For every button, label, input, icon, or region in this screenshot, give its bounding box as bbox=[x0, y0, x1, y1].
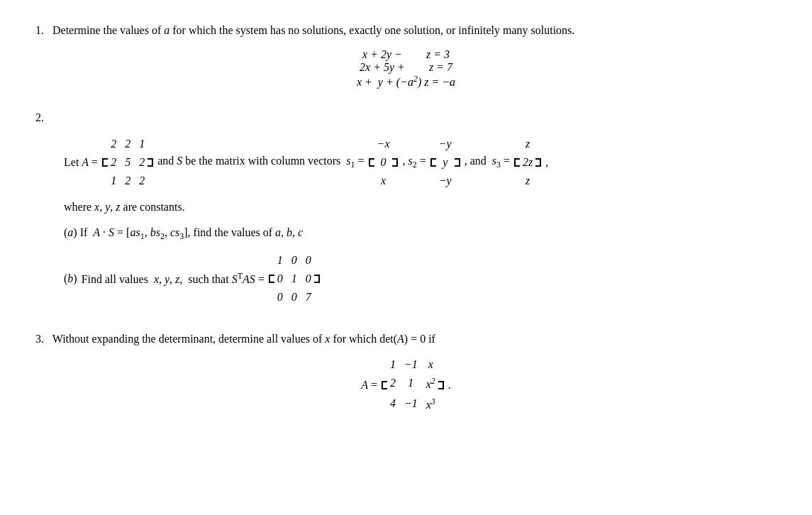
eq2: 2x + 5y + z = 7 bbox=[360, 61, 452, 74]
problem-2: 2. Let A = 2 2 1 2 5 2 1 2 2 bbox=[35, 111, 777, 307]
where-text: where x, y, z are constants. bbox=[64, 198, 777, 216]
matrix-A3-grid: 1 −1 x 2 1 x2 4 −1 x3 bbox=[387, 355, 438, 415]
matrix-STAS: 1 0 0 0 1 0 0 0 7 bbox=[269, 250, 320, 307]
matrix-A3: 1 −1 x 2 1 x2 4 −1 x3 bbox=[382, 355, 444, 415]
bracket-left-STAS bbox=[269, 275, 274, 283]
let-A-label: Let A = bbox=[64, 156, 98, 169]
and-S-text: and S be the matrix with column vectors … bbox=[157, 155, 364, 170]
matrix-s1: −x 0 x bbox=[369, 134, 399, 191]
bracket-right-A3 bbox=[438, 381, 444, 389]
and-s3-text: , and s3 = bbox=[465, 155, 510, 170]
matrix-s2-grid: −y y −y bbox=[436, 134, 455, 191]
problem-2-main-line: Let A = 2 2 1 2 5 2 1 2 2 and S be the m… bbox=[64, 134, 777, 191]
bracket-right-s3 bbox=[535, 158, 541, 167]
part-b-label: (b) bbox=[64, 272, 77, 285]
bracket-right-s2 bbox=[455, 158, 460, 167]
matrix-STAS-grid: 1 0 0 0 1 0 0 0 7 bbox=[274, 250, 314, 307]
bracket-left-s1 bbox=[369, 158, 374, 167]
period: . bbox=[448, 379, 451, 392]
problem-1-number: 1. bbox=[35, 24, 50, 36]
part-a-label: (a) bbox=[64, 226, 77, 238]
A-eq-label: A = bbox=[361, 379, 377, 392]
problem-3-text: 3. Without expanding the determinant, de… bbox=[35, 330, 777, 348]
bracket-left-s3 bbox=[514, 158, 520, 167]
matrix-A: 2 2 1 2 5 2 1 2 2 bbox=[102, 134, 153, 191]
bracket-left-A3 bbox=[382, 381, 387, 389]
matrix-s3: z 2z z bbox=[514, 134, 541, 191]
matrix-A-grid: 2 2 1 2 5 2 1 2 2 bbox=[108, 134, 148, 191]
problem-1: 1. Determine the values of a for which t… bbox=[35, 21, 777, 89]
bracket-right-s1 bbox=[392, 158, 398, 167]
problem-3: 3. Without expanding the determinant, de… bbox=[35, 330, 777, 415]
matrix-s3-grid: z 2z z bbox=[520, 134, 535, 191]
page-content: 1. Determine the values of a for which t… bbox=[35, 21, 777, 415]
bracket-left-A bbox=[102, 158, 108, 167]
problem-3-matrix-line: A = 1 −1 x 2 1 x2 4 −1 x3 . bbox=[35, 355, 777, 415]
comma1: , s2 = bbox=[402, 155, 426, 170]
matrix-s2: −y y −y bbox=[430, 134, 460, 191]
part-a: (a) If A · S = [as1, bs2, cs3], find the… bbox=[64, 223, 777, 243]
part-b-text: Find all values x, y, z, such that STAS … bbox=[82, 271, 265, 286]
matrix-s1-grid: −x 0 x bbox=[374, 134, 393, 191]
problem-3-number: 3. bbox=[35, 333, 50, 345]
trailing-comma: , bbox=[545, 156, 548, 169]
problem-1-text: 1. Determine the values of a for which t… bbox=[35, 21, 777, 40]
problem-1-system: x + 2y − z = 3 2x + 5y + z = 7 x + y + (… bbox=[35, 48, 777, 89]
eq1: x + 2y − z = 3 bbox=[362, 48, 450, 61]
eq3: x + y + (−a2) z = −a bbox=[357, 74, 455, 89]
part-b: (b) Find all values x, y, z, such that S… bbox=[64, 250, 777, 307]
bracket-right-STAS bbox=[314, 275, 320, 283]
bracket-right-A bbox=[148, 158, 153, 167]
bracket-left-s2 bbox=[430, 158, 436, 167]
problem-2-number: 2. bbox=[35, 111, 777, 124]
